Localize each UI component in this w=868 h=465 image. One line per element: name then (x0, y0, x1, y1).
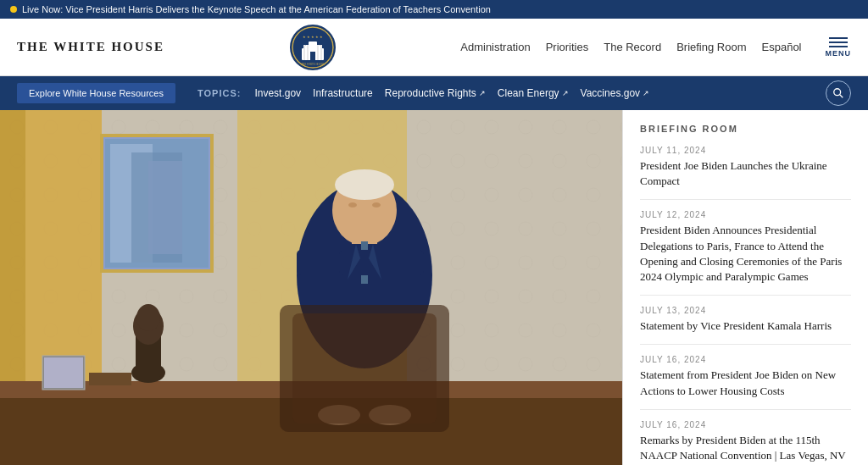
svg-point-39 (372, 202, 381, 208)
nav-the-record[interactable]: The Record (604, 41, 661, 53)
brief-headline-2[interactable]: President Biden Announces Presidential D… (640, 223, 851, 285)
menu-line-2 (829, 42, 848, 43)
briefing-room-panel: BRIEFING ROOM JULY 11, 2024 President Jo… (622, 110, 868, 465)
brief-date-4: JULY 16, 2024 (640, 355, 851, 364)
menu-line-1 (829, 37, 848, 39)
svg-rect-7 (317, 45, 319, 60)
header: THE WHITE HOUSE ★ ★ ★ ★ ★ THE WHITE HOUS… (0, 19, 868, 76)
nav-administration[interactable]: Administration (460, 41, 530, 53)
topics-bar: Explore White House Resources TOPICS: In… (0, 76, 868, 110)
svg-rect-33 (89, 373, 131, 385)
svg-rect-5 (303, 45, 305, 60)
svg-text:★ ★ ★ ★ ★: ★ ★ ★ ★ ★ (303, 35, 323, 39)
live-banner-text: Live Now: Vice President Harris Delivers… (22, 4, 491, 14)
brief-item-5: JULY 16, 2024 Remarks by President Biden… (640, 420, 851, 465)
briefing-room-title: BRIEFING ROOM (640, 124, 851, 134)
svg-line-12 (840, 95, 843, 98)
svg-point-38 (348, 202, 357, 208)
white-house-seal: ★ ★ ★ ★ ★ THE WHITE HOUSE (290, 25, 336, 70)
menu-line-3 (829, 46, 848, 47)
brief-item-2: JULY 12, 2024 President Biden Announces … (640, 210, 851, 296)
svg-rect-8 (320, 45, 322, 60)
nav-priorities[interactable]: Priorities (546, 41, 589, 53)
explore-button[interactable]: Explore White House Resources (17, 83, 175, 103)
brief-headline-3[interactable]: Statement by Vice President Kamala Harri… (640, 318, 851, 334)
svg-rect-4 (310, 52, 315, 60)
live-dot (10, 6, 17, 13)
main-nav: Administration Priorities The Record Bri… (460, 37, 851, 58)
menu-button[interactable]: MENU (826, 37, 852, 58)
svg-rect-32 (44, 357, 83, 388)
brief-headline-5[interactable]: Remarks by President Biden at the 115th … (640, 433, 851, 463)
nav-briefing-room[interactable]: Briefing Room (676, 41, 746, 53)
brief-item-4: JULY 16, 2024 Statement from President J… (640, 355, 851, 409)
topic-infrastructure[interactable]: Infrastructure (313, 87, 373, 99)
svg-rect-24 (148, 161, 182, 254)
main-content: BRIEFING ROOM JULY 11, 2024 President Jo… (0, 110, 868, 465)
svg-rect-3 (309, 42, 317, 46)
brief-item-1: JULY 11, 2024 President Joe Biden Launch… (640, 146, 851, 200)
svg-text:THE WHITE HOUSE: THE WHITE HOUSE (301, 63, 324, 66)
search-button[interactable] (826, 80, 851, 106)
svg-point-30 (136, 304, 160, 331)
svg-rect-49 (292, 313, 437, 423)
svg-rect-6 (307, 45, 309, 60)
site-title: THE WHITE HOUSE (17, 40, 164, 54)
hero-image (0, 110, 622, 465)
topic-clean-energy[interactable]: Clean Energy↗ (498, 87, 569, 99)
topics-label: TOPICS: (198, 88, 241, 98)
live-banner: Live Now: Vice President Harris Delivers… (0, 0, 868, 19)
brief-date-5: JULY 16, 2024 (640, 420, 851, 429)
logo-center: ★ ★ ★ ★ ★ THE WHITE HOUSE (164, 25, 460, 70)
topics-links: Invest.gov Infrastructure Reproductive R… (254, 87, 812, 99)
brief-date-1: JULY 11, 2024 (640, 146, 851, 155)
brief-item-3: JULY 13, 2024 Statement by Vice Presiden… (640, 306, 851, 345)
nav-espanol[interactable]: Español (762, 41, 802, 53)
brief-date-2: JULY 12, 2024 (640, 210, 851, 219)
brief-headline-4[interactable]: Statement from President Joe Biden on Ne… (640, 368, 851, 398)
brief-date-3: JULY 13, 2024 (640, 306, 851, 315)
topic-vaccinesgov[interactable]: Vaccines.gov↗ (581, 87, 649, 99)
topic-reproductive-rights[interactable]: Reproductive Rights↗ (385, 87, 486, 99)
brief-headline-1[interactable]: President Joe Biden Launches the Ukraine… (640, 158, 851, 189)
topic-investgov[interactable]: Invest.gov (254, 87, 301, 99)
menu-label: MENU (826, 49, 852, 58)
svg-point-11 (834, 89, 841, 96)
svg-point-37 (335, 169, 394, 200)
